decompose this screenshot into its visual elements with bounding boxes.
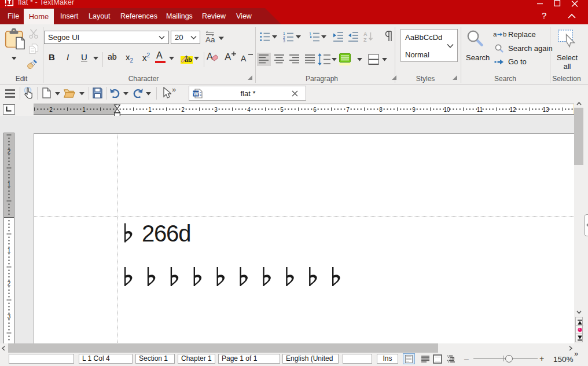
svg-text:2: 2 (8, 280, 11, 287)
svg-text:5: 5 (280, 107, 284, 113)
svg-text:A: A (363, 31, 368, 37)
svg-text:1: 1 (309, 32, 311, 36)
svg-text:1: 1 (8, 247, 11, 254)
svg-text:3: 3 (214, 107, 218, 113)
svg-text:7: 7 (346, 107, 350, 113)
svg-text:1: 1 (8, 181, 11, 188)
svg-text:A: A (225, 52, 231, 63)
svg-text:2: 2 (49, 107, 53, 113)
svg-text:10: 10 (443, 107, 450, 113)
svg-text:1: 1 (148, 107, 152, 113)
svg-text:13: 13 (542, 107, 549, 113)
svg-text:266d: 266d (142, 221, 190, 246)
svg-text:Aa: Aa (205, 35, 215, 43)
svg-text:a: a (493, 31, 497, 38)
svg-text:1: 1 (82, 107, 86, 113)
svg-text:9: 9 (412, 107, 416, 113)
svg-text:6: 6 (313, 107, 317, 113)
svg-text:4: 4 (247, 107, 251, 113)
svg-text:Z: Z (363, 37, 367, 42)
svg-text:2: 2 (8, 148, 11, 155)
svg-text:12: 12 (509, 107, 516, 113)
svg-text:8: 8 (379, 107, 383, 113)
svg-text:2: 2 (181, 107, 185, 113)
svg-text:3: 3 (8, 313, 11, 320)
svg-text:b: b (503, 31, 506, 38)
svg-text:A: A (241, 54, 247, 63)
svg-text:3: 3 (283, 39, 285, 43)
svg-text:11: 11 (477, 107, 483, 113)
svg-text:A: A (207, 52, 213, 61)
